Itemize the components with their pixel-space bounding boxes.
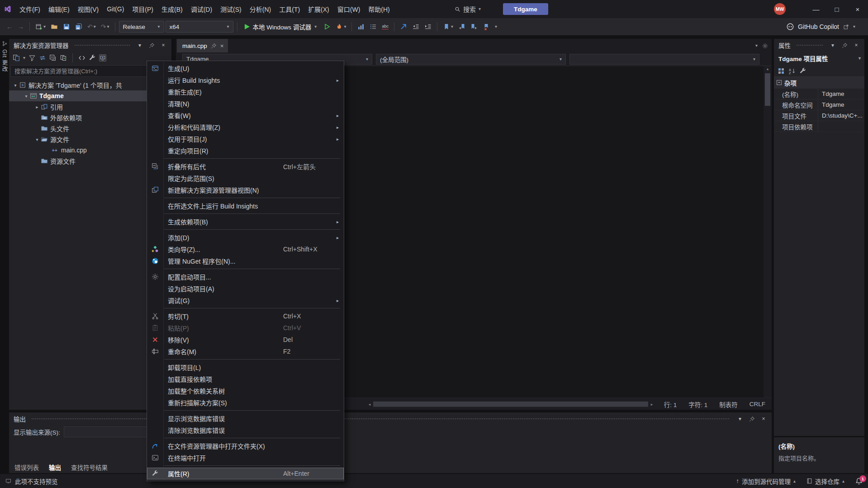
preview-selected-items-icon[interactable] — [99, 54, 106, 62]
context-menu-item-32[interactable]: 加载整个依赖关系树 — [147, 385, 344, 397]
menubar-item-10[interactable]: 扩展(X) — [304, 0, 333, 18]
gear-icon[interactable] — [762, 43, 768, 49]
maximize-button[interactable]: □ — [826, 0, 847, 18]
menubar-item-12[interactable]: 帮助(H) — [364, 0, 394, 18]
context-menu-item-27[interactable]: 移除(V)Del — [147, 334, 344, 346]
window-position-caret-icon[interactable]: ▾ — [735, 414, 745, 423]
menubar-item-1[interactable]: 编辑(E) — [44, 0, 74, 18]
output-source-select[interactable]: ▾ — [64, 426, 157, 437]
menubar-item-2[interactable]: 视图(V) — [74, 0, 103, 18]
context-menu-item-36[interactable]: 清除浏览数据库错误 — [147, 424, 344, 436]
context-menu-item-41[interactable]: 属性(R)Alt+Enter — [147, 468, 344, 479]
context-menu-item-10[interactable]: 限定为此范围(S) — [147, 172, 344, 184]
pin-icon[interactable] — [840, 41, 849, 50]
property-value[interactable] — [818, 121, 864, 132]
close-button[interactable]: × — [847, 0, 868, 18]
property-row-0[interactable]: (名称)Tdgame — [774, 89, 864, 99]
property-value[interactable]: Tdgame — [818, 99, 864, 110]
context-menu-item-13[interactable]: 在所选文件上运行 Build Insights — [147, 200, 344, 212]
scroll-left-icon[interactable]: ◂ — [366, 402, 373, 407]
drag-handle[interactable] — [31, 418, 730, 420]
menubar-item-0[interactable]: 文件(F) — [15, 0, 44, 18]
window-position-caret-icon[interactable]: ▾ — [828, 41, 837, 50]
categorized-icon[interactable] — [778, 67, 785, 75]
next-bookmark-icon[interactable] — [469, 21, 479, 33]
context-menu-item-6[interactable]: 仅用于项目(J)▸ — [147, 133, 344, 145]
switch-views-caret-icon[interactable]: ▾ — [23, 56, 25, 60]
indent-decrease-icon[interactable] — [410, 21, 421, 33]
scope-dropdown[interactable]: (全局范围)▾ — [376, 54, 566, 65]
toolbar-overflow-icon[interactable]: ▾ — [493, 21, 499, 33]
context-menu-item-7[interactable]: 重定向项目(R) — [147, 145, 344, 156]
alphabetical-icon[interactable]: AZ — [788, 67, 796, 75]
scrollbar-thumb[interactable] — [373, 402, 648, 407]
property-value[interactable]: Tdgame — [818, 89, 864, 99]
window-position-caret-icon[interactable]: ▾ — [135, 41, 144, 50]
output-tab-1[interactable]: 输出 — [49, 463, 61, 472]
minimize-button[interactable]: — — [806, 0, 826, 18]
open-file-icon[interactable] — [49, 21, 60, 33]
menubar-item-6[interactable]: 调试(D) — [187, 0, 216, 18]
document-well-caret-icon[interactable]: ▾ — [755, 43, 758, 48]
property-row-1[interactable]: 根命名空间Tdgame — [774, 99, 864, 110]
copilot-label[interactable]: GitHub Copilot — [798, 23, 839, 30]
tab-main-cpp[interactable]: main.cpp × — [177, 39, 228, 52]
notifications-button[interactable]: 1 — [855, 478, 863, 485]
view-code-icon[interactable] — [78, 54, 85, 62]
context-menu-item-15[interactable]: 生成依赖项(B)▸ — [147, 216, 344, 227]
context-menu-item-2[interactable]: 重新生成(E) — [147, 86, 344, 98]
context-menu-item-28[interactable]: 重命名(M)F2 — [147, 346, 344, 357]
property-row-2[interactable]: 项目文件D:\studay\C+... — [774, 110, 864, 121]
menubar-item-4[interactable]: 项目(P) — [128, 0, 157, 18]
context-menu-item-18[interactable]: 类向导(Z)...Ctrl+Shift+X — [147, 243, 344, 255]
menubar-item-3[interactable]: Git(G) — [103, 0, 128, 18]
previous-bookmark-icon[interactable] — [456, 21, 467, 33]
avatar[interactable]: MW — [774, 3, 786, 15]
copilot-icon[interactable] — [787, 23, 794, 30]
tabs-indicator[interactable]: 制表符 — [719, 400, 738, 409]
context-menu-item-38[interactable]: 在文件资源管理器中打开文件夹(X) — [147, 440, 344, 452]
collapse-expander-icon[interactable]: − — [777, 80, 782, 85]
property-value[interactable]: D:\studay\C+... — [818, 110, 864, 121]
scroll-right-icon[interactable]: ▸ — [648, 402, 655, 407]
chevron-collapsed-icon[interactable]: ▸ — [33, 104, 41, 109]
git-changes-tab[interactable]: Git 更改 — [0, 39, 9, 116]
column-indicator[interactable]: 字符: 1 — [688, 400, 707, 409]
context-menu-item-25[interactable]: 剪切(T)Ctrl+X — [147, 310, 344, 322]
close-icon[interactable]: × — [759, 414, 768, 423]
menubar-item-11[interactable]: 窗口(W) — [333, 0, 365, 18]
context-menu-item-1[interactable]: 运行 Build Insights▸ — [147, 74, 344, 86]
show-all-files-icon[interactable] — [60, 54, 67, 62]
context-menu-item-23[interactable]: 调试(G)▸ — [147, 294, 344, 306]
menubar-item-8[interactable]: 分析(N) — [246, 0, 275, 18]
undo-icon[interactable]: ↶▾ — [85, 21, 98, 33]
select-repository-button[interactable]: 选择仓库 ▴ — [806, 477, 844, 486]
new-project-icon[interactable]: ▾ — [33, 21, 47, 33]
navigate-to-icon[interactable] — [398, 21, 409, 33]
vertical-scrollbar[interactable]: ▴ — [764, 66, 772, 398]
member-dropdown[interactable]: ▾ — [569, 54, 759, 65]
collapse-all-icon[interactable] — [49, 54, 57, 62]
drag-handle[interactable] — [796, 44, 823, 47]
indent-increase-icon[interactable] — [422, 21, 433, 33]
pin-icon[interactable] — [147, 41, 156, 50]
context-menu-item-3[interactable]: 清理(N) — [147, 98, 344, 109]
scroll-up-icon[interactable]: ▴ — [764, 66, 772, 71]
context-menu-item-5[interactable]: 分析和代码清理(Z)▸ — [147, 121, 344, 133]
drag-handle[interactable] — [74, 44, 130, 47]
properties-wrench-icon[interactable] — [89, 54, 96, 62]
property-row-3[interactable]: 项目依赖项 — [774, 121, 864, 132]
property-category-misc[interactable]: − 杂项 — [774, 77, 864, 89]
chevron-expanded-icon[interactable]: ▾ — [12, 83, 19, 88]
nav-back-icon[interactable]: ← — [5, 21, 14, 33]
start-without-debugging-icon[interactable] — [322, 21, 332, 33]
menubar-item-9[interactable]: 工具(T) — [275, 0, 304, 18]
open-external-icon[interactable] — [843, 24, 849, 30]
pin-icon[interactable] — [211, 43, 217, 49]
chevron-expanded-icon[interactable]: ▾ — [33, 137, 41, 142]
property-pages-wrench-icon[interactable] — [799, 67, 806, 75]
start-debugging-button[interactable]: 本地 Windows 调试器▾ — [241, 21, 321, 33]
context-menu-item-35[interactable]: 显示浏览数据库错误 — [147, 412, 344, 424]
output-tab-0[interactable]: 错误列表 — [14, 463, 39, 472]
nav-forward-icon[interactable]: → — [16, 21, 26, 33]
